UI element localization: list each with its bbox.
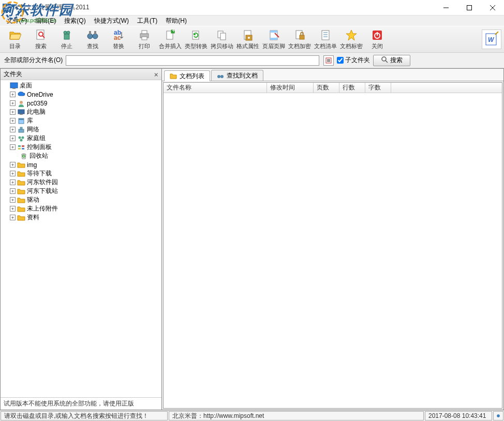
- tb-convert[interactable]: 类型转换: [184, 27, 209, 51]
- svg-point-71: [220, 75, 224, 78]
- close-pane-icon[interactable]: ×: [154, 70, 158, 79]
- tb-close[interactable]: 关闭: [365, 27, 390, 51]
- col-chars[interactable]: 字数: [365, 83, 391, 93]
- tab-found[interactable]: 查找到文档: [211, 70, 263, 81]
- tree-item[interactable]: +驱动: [8, 196, 161, 204]
- svg-rect-36: [322, 31, 329, 40]
- svg-rect-67: [18, 148, 21, 149]
- expand-icon[interactable]: +: [10, 162, 16, 168]
- close-button[interactable]: [481, 0, 504, 15]
- search-input[interactable]: [66, 55, 319, 66]
- expand-icon[interactable]: +: [10, 109, 16, 115]
- tree-item[interactable]: +未上传附件: [8, 204, 161, 213]
- file-list-body[interactable]: [164, 93, 502, 408]
- expand-icon[interactable]: +: [10, 188, 16, 194]
- tb-word-icon[interactable]: W: [482, 29, 501, 49]
- svg-text:ac: ac: [114, 34, 121, 41]
- subfolder-checkbox[interactable]: 子文件夹: [337, 56, 370, 65]
- expand-icon[interactable]: +: [10, 144, 16, 150]
- tree-item-label: pc0359: [27, 100, 47, 107]
- tb-list[interactable]: 文档清单: [313, 27, 338, 51]
- expand-icon[interactable]: +: [10, 118, 16, 124]
- tree-item-icon: [17, 91, 25, 98]
- tree-item[interactable]: +库: [8, 116, 161, 125]
- tb-format[interactable]: 格式属性: [235, 27, 260, 51]
- tree-item[interactable]: 回收站: [8, 152, 161, 160]
- col-pages[interactable]: 页数: [314, 83, 339, 93]
- tree-item[interactable]: +河东软件园: [8, 178, 161, 187]
- tree-item[interactable]: +等待下载: [8, 169, 161, 178]
- tb-print[interactable]: 打印: [132, 27, 157, 51]
- status-globe-icon[interactable]: [493, 411, 503, 420]
- tree-item-icon: [17, 144, 25, 151]
- tb-stop[interactable]: 停止: [54, 27, 79, 51]
- expand-icon[interactable]: +: [10, 127, 16, 132]
- title-bar: W 米普文档批量处理工具2011: [0, 0, 504, 16]
- status-company: 北京米普：http://www.mipsoft.net: [169, 411, 424, 420]
- tree-item[interactable]: +img: [8, 160, 161, 169]
- expand-icon[interactable]: +: [10, 215, 16, 220]
- tb-merge[interactable]: +合并插入: [158, 27, 183, 51]
- svg-rect-53: [10, 83, 18, 88]
- menu-help[interactable]: 帮助(H): [161, 16, 191, 26]
- tree-item-label: 回收站: [29, 152, 48, 160]
- col-lines[interactable]: 行数: [339, 83, 365, 93]
- tree-item-label: 资料: [27, 213, 39, 222]
- expand-icon[interactable]: +: [10, 136, 16, 141]
- tree-item[interactable]: +OneDrive: [8, 90, 161, 99]
- power-icon: [371, 29, 383, 41]
- tree-item-icon: [17, 170, 25, 177]
- search-button[interactable]: 搜索: [373, 55, 410, 66]
- tb-find[interactable]: 查找: [80, 27, 105, 51]
- expand-icon[interactable]: +: [10, 100, 16, 106]
- menu-shortcut[interactable]: 快捷方式(W): [90, 16, 133, 26]
- expand-icon[interactable]: +: [10, 197, 16, 203]
- col-spacer: [391, 83, 502, 93]
- maximize-button[interactable]: [457, 0, 481, 15]
- folder-tree[interactable]: 桌面 +OneDrive+pc0359+此电脑+库+网络+家庭组+控制面板回收站…: [1, 80, 161, 397]
- tb-directory[interactable]: 目录: [3, 27, 27, 51]
- tree-item-icon: [17, 100, 25, 107]
- tb-secret[interactable]: 文档标密: [339, 27, 364, 51]
- tree-item[interactable]: +家庭组: [8, 134, 161, 143]
- toolbar: 目录 搜索 停止 查找 abac替换 打印 +合并插入 类型转换 拷贝移动 格式…: [0, 26, 504, 53]
- svg-rect-60: [19, 129, 24, 132]
- menu-file[interactable]: 文件(F): [3, 16, 31, 26]
- tree-item[interactable]: +控制面板: [8, 143, 161, 152]
- tb-copymove[interactable]: 拷贝移动: [210, 27, 234, 51]
- tree-item[interactable]: +河东下载站: [8, 187, 161, 196]
- svg-rect-61: [20, 127, 22, 129]
- svg-text:+: +: [172, 29, 175, 34]
- subfolder-checkbox-input[interactable]: [337, 57, 344, 64]
- search-dropdown-icon[interactable]: [323, 55, 334, 66]
- status-bar: 请双击磁盘或目录,或输入文档名搜索按钮进行查找！ 北京米普：http://www…: [0, 410, 504, 421]
- expand-icon[interactable]: +: [10, 206, 16, 212]
- tree-item[interactable]: +此电脑: [8, 108, 161, 116]
- menu-tool[interactable]: 工具(T): [133, 16, 161, 26]
- tree-item[interactable]: +pc0359: [8, 99, 161, 108]
- tree-item[interactable]: +资料: [8, 213, 161, 222]
- col-filename[interactable]: 文件名称: [164, 83, 267, 93]
- tab-doclist[interactable]: 文档列表: [164, 70, 210, 81]
- format-icon: [242, 29, 254, 41]
- tree-root[interactable]: 桌面: [1, 81, 161, 90]
- svg-rect-35: [300, 35, 304, 39]
- folder-icon: [170, 72, 177, 80]
- tb-search[interactable]: 搜索: [28, 27, 53, 51]
- tb-header-footer[interactable]: 页眉页脚: [261, 27, 286, 51]
- expand-icon[interactable]: +: [10, 179, 16, 185]
- tb-replace[interactable]: abac替换: [106, 27, 131, 51]
- svg-point-29: [248, 37, 250, 39]
- binoculars-icon: [86, 29, 99, 41]
- minimize-button[interactable]: [434, 0, 457, 15]
- expand-icon[interactable]: +: [10, 92, 16, 97]
- col-modtime[interactable]: 修改时间: [267, 83, 314, 93]
- menu-edit[interactable]: 编辑(E): [31, 16, 60, 26]
- menu-search[interactable]: 搜索(Q): [60, 16, 90, 26]
- expand-icon[interactable]: +: [10, 171, 16, 176]
- tree-item[interactable]: +网络: [8, 125, 161, 134]
- svg-point-64: [20, 139, 23, 141]
- status-hint: 请双击磁盘或目录,或输入文档名搜索按钮进行查找！: [1, 411, 168, 420]
- tb-encrypt[interactable]: 文档加密: [287, 27, 312, 51]
- stop-icon: [61, 29, 73, 41]
